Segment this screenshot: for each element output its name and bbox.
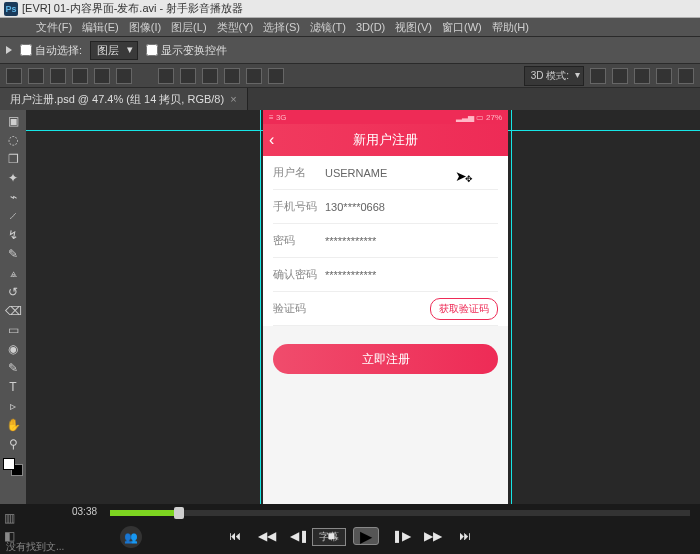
align-icon[interactable] <box>94 68 110 84</box>
distribute-icon[interactable] <box>158 68 174 84</box>
step-back-icon[interactable]: ◀❚ <box>289 529 309 543</box>
tool-panel: ▣ ◌ ❐ ✦ ⌁ ⟋ ↯ ✎ ⟁ ↺ ⌫ ▭ ◉ ✎ T ▹ ✋ ⚲ <box>0 110 26 504</box>
color-swatch[interactable] <box>3 458 23 476</box>
auto-select-checkbox[interactable]: 自动选择: <box>20 43 82 58</box>
tool-clone[interactable]: ⟁ <box>2 264 24 282</box>
menu-edit[interactable]: 编辑(E) <box>82 20 119 35</box>
value-username[interactable]: USERNAME <box>325 167 498 179</box>
label-username: 用户名 <box>273 165 325 180</box>
guide-vertical[interactable] <box>511 110 512 504</box>
show-transform-checkbox[interactable]: 显示变换控件 <box>146 43 227 58</box>
align-icon[interactable] <box>50 68 66 84</box>
menu-help[interactable]: 帮助(H) <box>492 20 529 35</box>
tool-text[interactable]: T <box>2 378 24 396</box>
tool-marquee[interactable]: ❐ <box>2 150 24 168</box>
row-phone: 手机号码 130****0668 <box>273 190 498 224</box>
distribute-icon[interactable] <box>202 68 218 84</box>
align-icon[interactable] <box>116 68 132 84</box>
row-password: 密码 ************ <box>273 224 498 258</box>
seek-bar[interactable] <box>110 510 690 516</box>
close-icon[interactable]: × <box>230 93 236 105</box>
tool-pen[interactable]: ✎ <box>2 359 24 377</box>
seek-knob[interactable] <box>174 507 184 519</box>
tool-crop[interactable]: ⌁ <box>2 188 24 206</box>
video-player: ▥ ◧ 03:38 👥 字幕 ⏮ ◀◀ ◀❚ ■ ▶ ❚▶ ▶▶ ⏭ <box>0 504 700 554</box>
tool-path[interactable]: ▹ <box>2 397 24 415</box>
menu-filter[interactable]: 滤镜(T) <box>310 20 346 35</box>
document-tab[interactable]: 用户注册.psd @ 47.4% (组 14 拷贝, RGB/8) × <box>0 88 248 111</box>
tool-wand[interactable]: ✦ <box>2 169 24 187</box>
tool-eyedropper[interactable]: ⟋ <box>2 207 24 225</box>
show-transform-label: 显示变换控件 <box>161 43 227 58</box>
auto-select-input[interactable] <box>20 44 32 56</box>
menu-3d[interactable]: 3D(D) <box>356 21 385 33</box>
auto-select-label: 自动选择: <box>35 43 82 58</box>
label-password: 密码 <box>273 233 325 248</box>
align-icon[interactable] <box>6 68 22 84</box>
rewind-icon[interactable]: ◀◀ <box>257 529 277 543</box>
canvas[interactable]: ≡ 3G ▂▃▅ ▭ 27% ‹ 新用户注册 用户名 USERNAME 手机号码… <box>26 110 700 504</box>
misc-icon[interactable] <box>656 68 672 84</box>
row-username: 用户名 USERNAME <box>273 156 498 190</box>
mode3d-dropdown[interactable]: 3D 模式: <box>524 66 584 86</box>
layer-dropdown[interactable]: 图层 <box>90 41 138 60</box>
app-icon: Ps <box>4 2 18 16</box>
workspace: ▣ ◌ ❐ ✦ ⌁ ⟋ ↯ ✎ ⟁ ↺ ⌫ ▭ ◉ ✎ T ▹ ✋ ⚲ ≡ 3G… <box>0 110 700 504</box>
menu-view[interactable]: 视图(V) <box>395 20 432 35</box>
value-confirm[interactable]: ************ <box>325 269 498 281</box>
navbar-title: 新用户注册 <box>353 131 418 149</box>
register-button[interactable]: 立即注册 <box>273 344 498 374</box>
status-text: 没有找到文... <box>0 540 64 554</box>
align-icon[interactable] <box>72 68 88 84</box>
menu-window[interactable]: 窗口(W) <box>442 20 482 35</box>
get-code-button[interactable]: 获取验证码 <box>430 298 498 320</box>
misc-icon[interactable] <box>590 68 606 84</box>
step-fwd-icon[interactable]: ❚▶ <box>391 529 411 543</box>
distribute-icon[interactable] <box>180 68 196 84</box>
tool-blur[interactable]: ◉ <box>2 340 24 358</box>
mockup-statusbar: ≡ 3G ▂▃▅ ▭ 27% <box>263 110 508 124</box>
tool-zoom[interactable]: ⚲ <box>2 435 24 453</box>
move-tool-icon[interactable] <box>6 46 12 54</box>
align-icon[interactable] <box>28 68 44 84</box>
menu-file[interactable]: 文件(F) <box>36 20 72 35</box>
distribute-icon[interactable] <box>224 68 240 84</box>
tool-move[interactable]: ▣ <box>2 112 24 130</box>
mockup-phone: ≡ 3G ▂▃▅ ▭ 27% ‹ 新用户注册 用户名 USERNAME 手机号码… <box>263 110 508 505</box>
seek-progress <box>110 510 174 516</box>
ffwd-icon[interactable]: ▶▶ <box>423 529 443 543</box>
window-title: [EVR] 01-内容界面-发布.avi - 射手影音播放器 <box>22 1 243 16</box>
tool-eraser[interactable]: ⌫ <box>2 302 24 320</box>
tool-lasso[interactable]: ◌ <box>2 131 24 149</box>
fg-color[interactable] <box>3 458 15 470</box>
misc-icon[interactable] <box>678 68 694 84</box>
document-tab-label: 用户注册.psd @ 47.4% (组 14 拷贝, RGB/8) <box>10 92 224 107</box>
back-icon[interactable]: ‹ <box>269 131 274 149</box>
player-controls: ⏮ ◀◀ ◀❚ ■ ▶ ❚▶ ▶▶ ⏭ <box>0 522 700 550</box>
tool-brush[interactable]: ✎ <box>2 245 24 263</box>
prev-track-icon[interactable]: ⏮ <box>225 529 245 543</box>
value-password[interactable]: ************ <box>325 235 498 247</box>
next-track-icon[interactable]: ⏭ <box>455 529 475 543</box>
guide-vertical[interactable] <box>260 110 261 504</box>
tool-hand[interactable]: ✋ <box>2 416 24 434</box>
mockup-form: 用户名 USERNAME 手机号码 130****0668 密码 *******… <box>263 156 508 326</box>
time-display: 03:38 <box>72 506 97 517</box>
misc-icon[interactable] <box>612 68 628 84</box>
row-code: 验证码 获取验证码 <box>273 292 498 326</box>
distribute-icon[interactable] <box>246 68 262 84</box>
distribute-icon[interactable] <box>268 68 284 84</box>
stop-icon[interactable]: ■ <box>321 529 341 543</box>
misc-icon[interactable] <box>634 68 650 84</box>
value-phone[interactable]: 130****0668 <box>325 201 498 213</box>
menu-image[interactable]: 图像(I) <box>129 20 161 35</box>
tool-heal[interactable]: ↯ <box>2 226 24 244</box>
menu-select[interactable]: 选择(S) <box>263 20 300 35</box>
tool-history[interactable]: ↺ <box>2 283 24 301</box>
menu-type[interactable]: 类型(Y) <box>217 20 254 35</box>
tool-gradient[interactable]: ▭ <box>2 321 24 339</box>
play-button[interactable]: ▶ <box>353 527 379 545</box>
menu-layer[interactable]: 图层(L) <box>171 20 206 35</box>
document-tab-bar: 用户注册.psd @ 47.4% (组 14 拷贝, RGB/8) × <box>0 88 700 110</box>
show-transform-input[interactable] <box>146 44 158 56</box>
